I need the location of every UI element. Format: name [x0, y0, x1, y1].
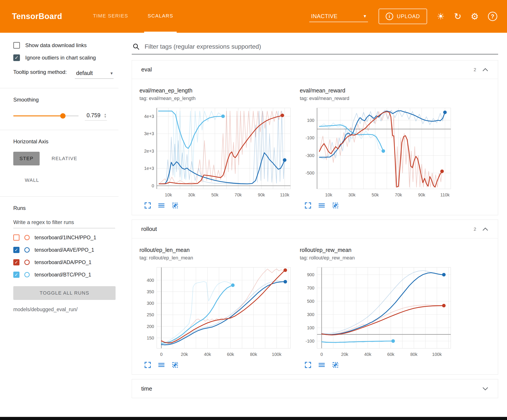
number-spinner[interactable]: ▴ ▾: [104, 113, 106, 118]
checkbox[interactable]: ✓: [13, 55, 20, 61]
svg-text:0: 0: [160, 352, 162, 357]
chart-canvas[interactable]: 020k40k60k80k100k150200250300350400: [140, 264, 295, 359]
header-icons: ☀ ↻ ⚙ ?: [437, 12, 497, 21]
run-checkbox[interactable]: [13, 234, 20, 241]
tab-time-series[interactable]: TIME SERIES: [89, 0, 132, 33]
section-body: eval/mean_ep_lengthtag: eval/mean_ep_len…: [132, 79, 498, 215]
help-icon[interactable]: ?: [488, 12, 497, 21]
bottom-bar: [0, 417, 507, 420]
svg-text:2e+3: 2e+3: [144, 149, 154, 153]
chevron-down-icon[interactable]: [482, 386, 489, 391]
app-title: TensorBoard: [12, 12, 62, 21]
filter-tags-input[interactable]: [144, 43, 497, 50]
section-header[interactable]: time: [132, 379, 498, 398]
expand-chart-icon[interactable]: [304, 361, 312, 369]
tab-scalars[interactable]: SCALARS: [144, 0, 177, 33]
chart-title: eval/mean_ep_length: [140, 87, 295, 94]
svg-text:100: 100: [307, 325, 314, 330]
svg-text:70k: 70k: [395, 193, 402, 197]
section-title: rollout: [141, 226, 474, 233]
run-color-swatch: [24, 235, 30, 240]
run-table-icon[interactable]: [318, 361, 325, 369]
chart-card: eval/mean_ep_lengthtag: eval/mean_ep_len…: [140, 87, 295, 209]
fit-domain-icon[interactable]: [171, 202, 179, 209]
horizontal-axis-buttons: STEPRELATIVEWALL: [13, 152, 108, 187]
brightness-icon[interactable]: ☀: [437, 12, 445, 21]
run-table-icon[interactable]: [318, 202, 325, 209]
svg-text:900: 900: [307, 272, 314, 277]
section-header[interactable]: rollout2: [132, 220, 498, 238]
smoothing-value-box[interactable]: 0.759 ▴ ▾: [85, 111, 107, 121]
sidebar-checkbox-row: ✓Ignore outliers in chart scaling: [13, 55, 125, 61]
run-table-icon[interactable]: [158, 202, 165, 209]
tooltip-sorting-label: Tooltip sorting method:: [13, 69, 71, 76]
expand-chart-icon[interactable]: [304, 202, 312, 209]
svg-text:40k: 40k: [364, 352, 372, 357]
fit-domain-icon[interactable]: [332, 202, 339, 209]
runs-title: Runs: [13, 205, 125, 211]
svg-text:110k: 110k: [440, 193, 450, 197]
chart-tag: tag: eval/mean_ep_length: [140, 96, 295, 101]
run-checkbox[interactable]: ✓: [13, 247, 20, 253]
run-row: ✓tensorboard/ADA/PPO_1: [13, 259, 125, 265]
axis-wall-button[interactable]: WALL: [19, 173, 45, 187]
settings-gear-icon[interactable]: ⚙: [471, 12, 479, 21]
upload-button[interactable]: i UPLOAD: [379, 9, 427, 24]
section-card-eval: eval2eval/mean_ep_lengthtag: eval/mean_e…: [132, 60, 498, 215]
smoothing-slider-fill: [13, 116, 63, 116]
chevron-up-icon[interactable]: [482, 68, 489, 72]
run-label: tensorboard/ADA/PPO_1: [35, 259, 92, 265]
checkbox[interactable]: [13, 42, 20, 49]
search-icon: [133, 43, 140, 50]
svg-text:40k: 40k: [204, 352, 211, 357]
chart-card: rollout/ep_len_meantag: rollout/ep_len_m…: [140, 247, 295, 369]
chart-canvas[interactable]: 10k30k50k70k90k110k01e+32e+33e+34e+3: [140, 105, 295, 200]
section-header[interactable]: eval2: [132, 60, 498, 79]
expand-chart-icon[interactable]: [144, 361, 151, 369]
expand-chart-icon[interactable]: [144, 202, 151, 209]
axis-relative-button[interactable]: RELATIVE: [45, 152, 84, 165]
chart-tag: tag: rollout/ep_len_mean: [140, 255, 295, 261]
checkbox-label: Show data download links: [25, 42, 87, 48]
refresh-icon[interactable]: ↻: [454, 12, 462, 21]
upload-button-label: UPLOAD: [397, 13, 420, 20]
chart-canvas[interactable]: 10k30k50k70k90k110k100-100-300-500: [300, 105, 455, 200]
svg-text:70k: 70k: [235, 193, 242, 197]
chevron-up-icon[interactable]: [482, 227, 489, 231]
svg-text:80k: 80k: [250, 352, 257, 357]
divider: [0, 196, 119, 197]
tooltip-sorting-value: default: [76, 70, 93, 76]
status-dropdown[interactable]: INACTIVE ▾: [309, 11, 368, 22]
chevron-down-icon: ▾: [364, 14, 366, 19]
settings-sidebar: Show data download links✓Ignore outliers…: [0, 33, 125, 417]
smoothing-slider-thumb[interactable]: [60, 113, 65, 118]
tab-bar: TIME SERIESSCALARS: [83, 0, 183, 33]
svg-text:700: 700: [307, 286, 314, 290]
run-checkbox[interactable]: ✓: [13, 272, 20, 278]
fit-domain-icon[interactable]: [171, 361, 179, 369]
toggle-all-runs-button[interactable]: TOGGLE ALL RUNS: [13, 286, 116, 300]
run-checkbox[interactable]: ✓: [13, 259, 20, 265]
svg-text:4e+3: 4e+3: [144, 114, 154, 119]
spinner-down-icon[interactable]: ▾: [104, 116, 106, 118]
svg-text:300: 300: [307, 312, 314, 317]
tooltip-sorting-select[interactable]: default ▾: [75, 69, 113, 79]
run-table-icon[interactable]: [158, 361, 165, 369]
run-row: ✓tensorboard/AAVE/PPO_1: [13, 247, 125, 253]
run-color-swatch: [24, 247, 30, 253]
chart-tag: tag: eval/mean_reward: [300, 96, 455, 101]
filter-tags-row: [132, 43, 498, 55]
svg-text:80k: 80k: [410, 352, 418, 357]
divider: [0, 88, 119, 88]
fit-domain-icon[interactable]: [332, 361, 339, 369]
chart-toolbar: [140, 202, 295, 209]
chart-canvas[interactable]: 020k40k60k80k100k-100100300500700900: [300, 264, 455, 359]
runs-filter-input[interactable]: [13, 218, 115, 228]
status-dropdown-value: INACTIVE: [311, 13, 338, 20]
svg-text:20k: 20k: [341, 352, 348, 357]
section-title: eval: [141, 66, 474, 73]
axis-step-button[interactable]: STEP: [13, 152, 40, 165]
smoothing-slider[interactable]: [13, 116, 79, 116]
run-row: ✓tensorboard/BTC/PPO_1: [13, 272, 125, 278]
svg-text:0: 0: [152, 183, 154, 188]
